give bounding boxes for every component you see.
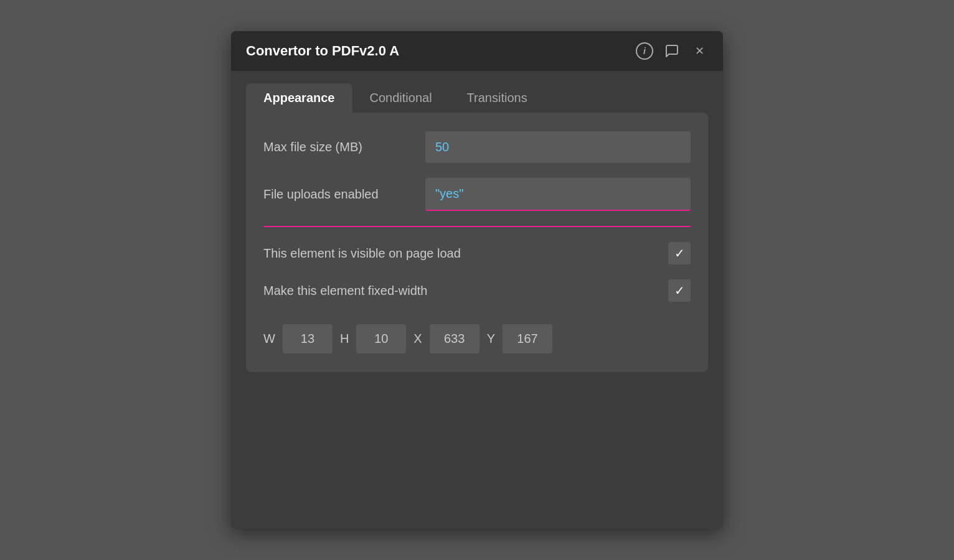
visible-on-load-checkbox[interactable]: ✓ bbox=[668, 242, 691, 264]
dialog-header: Convertor to PDFv2.0 A i ✕ bbox=[231, 31, 723, 71]
dimensions-row: W H X Y bbox=[263, 324, 691, 353]
h-input[interactable] bbox=[356, 324, 406, 353]
x-label: X bbox=[413, 332, 422, 346]
tab-transitions[interactable]: Transitions bbox=[450, 83, 545, 113]
tab-content-appearance: Max file size (MB) File uploads enabled … bbox=[246, 113, 708, 372]
fixed-width-row: Make this element fixed-width ✓ bbox=[263, 279, 691, 302]
visible-on-load-label: This element is visible on page load bbox=[263, 246, 461, 261]
fixed-width-label: Make this element fixed-width bbox=[263, 284, 427, 298]
max-file-size-label: Max file size (MB) bbox=[263, 140, 425, 154]
w-input[interactable] bbox=[283, 324, 333, 353]
tab-conditional[interactable]: Conditional bbox=[352, 83, 450, 113]
h-label: H bbox=[340, 332, 349, 346]
tabs: Appearance Conditional Transitions bbox=[231, 71, 723, 113]
file-uploads-input[interactable] bbox=[425, 178, 691, 211]
info-icon[interactable]: i bbox=[636, 42, 653, 60]
fixed-width-check-icon: ✓ bbox=[674, 283, 685, 298]
pink-divider bbox=[263, 226, 691, 227]
file-uploads-row: File uploads enabled bbox=[263, 178, 691, 211]
y-input[interactable] bbox=[503, 324, 552, 353]
header-icons: i ✕ bbox=[636, 42, 708, 60]
dialog: Convertor to PDFv2.0 A i ✕ Appearance Co… bbox=[231, 31, 723, 529]
dialog-title: Convertor to PDFv2.0 A bbox=[246, 43, 399, 59]
visible-on-load-row: This element is visible on page load ✓ bbox=[263, 242, 691, 264]
max-file-size-input[interactable] bbox=[425, 131, 691, 163]
close-icon[interactable]: ✕ bbox=[691, 42, 708, 60]
tab-appearance[interactable]: Appearance bbox=[246, 83, 352, 113]
file-uploads-label: File uploads enabled bbox=[263, 187, 425, 202]
max-file-size-row: Max file size (MB) bbox=[263, 131, 691, 163]
chat-icon[interactable] bbox=[663, 42, 681, 60]
fixed-width-checkbox[interactable]: ✓ bbox=[668, 279, 691, 302]
dialog-body: Appearance Conditional Transitions Max f… bbox=[231, 71, 723, 372]
w-label: W bbox=[263, 332, 275, 346]
visible-on-load-check-icon: ✓ bbox=[674, 246, 685, 261]
y-label: Y bbox=[487, 332, 495, 346]
x-input[interactable] bbox=[430, 324, 479, 353]
